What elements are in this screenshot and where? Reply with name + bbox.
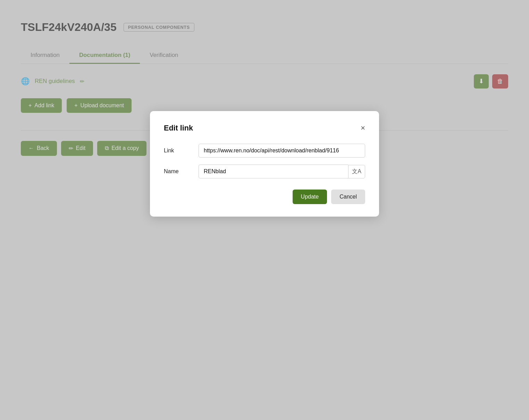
modal-title: Edit link bbox=[164, 124, 193, 133]
link-input[interactable] bbox=[199, 144, 365, 158]
name-label: Name bbox=[164, 168, 192, 175]
modal-close-button[interactable]: × bbox=[361, 124, 365, 132]
edit-link-modal: Edit link × Link Name 文A Update Cancel bbox=[150, 111, 379, 217]
translate-button[interactable]: 文A bbox=[348, 165, 365, 178]
link-label: Link bbox=[164, 148, 192, 154]
modal-header: Edit link × bbox=[164, 124, 365, 133]
translate-icon: 文A bbox=[352, 168, 361, 175]
page-wrapper: TSLF24kV240A/35 PERSONAL COMPONENTS Info… bbox=[0, 0, 529, 420]
link-field-row: Link bbox=[164, 144, 365, 158]
modal-footer: Update Cancel bbox=[164, 190, 365, 204]
name-field-row: Name 文A bbox=[164, 165, 365, 178]
update-button[interactable]: Update bbox=[293, 190, 327, 204]
name-input-wrapper: 文A bbox=[199, 165, 365, 178]
name-input[interactable] bbox=[199, 165, 348, 178]
modal-overlay: Edit link × Link Name 文A Update Cancel bbox=[0, 0, 529, 420]
cancel-button[interactable]: Cancel bbox=[331, 190, 365, 204]
